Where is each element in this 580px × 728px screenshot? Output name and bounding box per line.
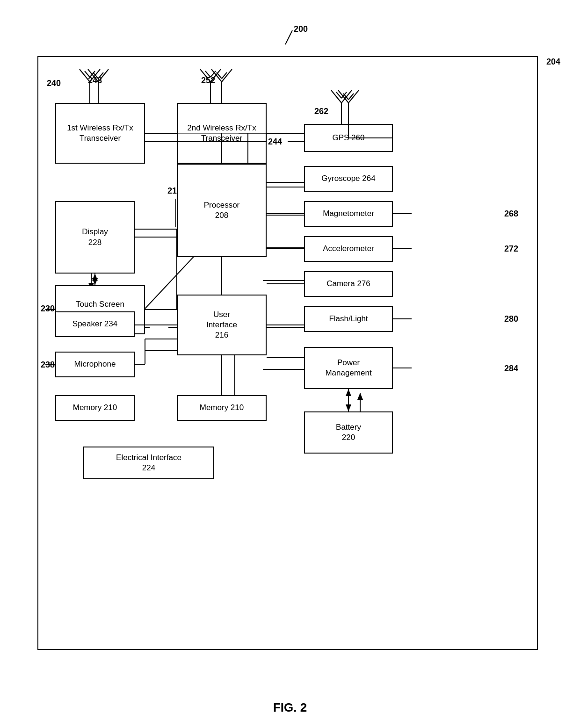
block-flash: Flash/Light <box>304 306 393 332</box>
ref-244: 244 <box>268 137 282 147</box>
ref-200: 200 <box>294 24 308 34</box>
block-wireless2: 2nd Wireless Rx/Tx Transceiver <box>177 103 267 164</box>
block-memory-center: Memory 210 <box>177 395 267 421</box>
block-gyroscope: Gyroscope 264 <box>304 166 393 192</box>
ref-262: 262 <box>314 107 328 116</box>
ref-272: 272 <box>504 244 518 254</box>
block-memory-left: Memory 210 <box>55 395 135 421</box>
ref-280: 280 <box>504 314 518 324</box>
ref-238: 238 <box>41 360 55 370</box>
block-microphone: Microphone <box>55 352 135 377</box>
block-gps: GPS 260 <box>304 124 393 152</box>
svg-line-0 <box>285 30 292 44</box>
block-magnetometer: Magnetometer <box>304 201 393 227</box>
block-battery: Battery220 <box>304 411 393 454</box>
ref-248: 248 <box>88 76 102 86</box>
ref-252: 252 <box>201 76 215 86</box>
ref-240: 240 <box>47 79 61 88</box>
block-camera: Camera 276 <box>304 271 393 297</box>
block-user-interface: UserInterface216 <box>177 295 267 355</box>
block-electrical: Electrical Interface224 <box>83 447 214 479</box>
block-processor: Processor208 <box>177 164 267 257</box>
ref-268: 268 <box>504 209 518 219</box>
ref-284: 284 <box>504 364 518 374</box>
figure-caption: FIG. 2 <box>273 700 307 715</box>
block-display: Display228 <box>55 201 135 274</box>
block-accelerometer: Accelerometer <box>304 236 393 262</box>
block-power-mgmt: PowerManagement <box>304 347 393 389</box>
ref-230: 230 <box>41 304 55 314</box>
page-container: 200 <box>0 0 580 728</box>
ref-204: 204 <box>546 57 560 67</box>
block-speaker: Speaker 234 <box>55 311 135 337</box>
block-wireless1: 1st Wireless Rx/Tx Transceiver <box>55 103 145 164</box>
